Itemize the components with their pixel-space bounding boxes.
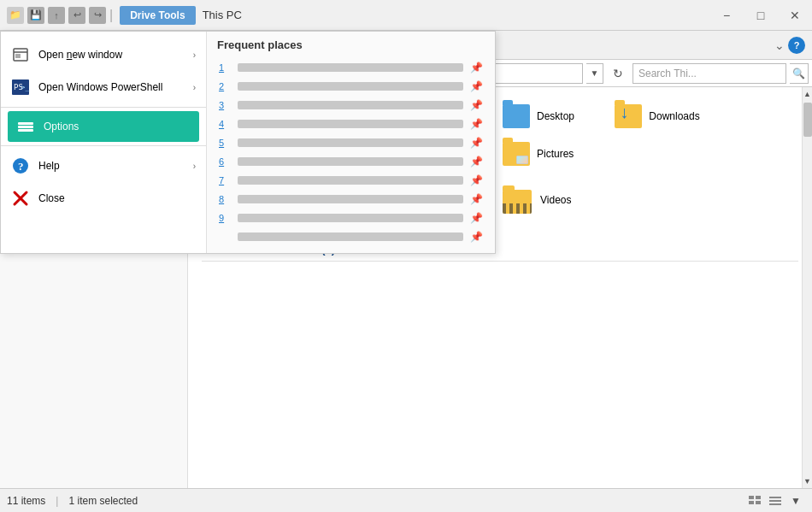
videos-label: Videos xyxy=(540,194,571,206)
scroll-down-button[interactable]: ▼ xyxy=(803,474,812,488)
desktop-label: Desktop xyxy=(537,110,574,122)
selected-count: 1 item selected xyxy=(68,495,138,507)
svg-rect-13 xyxy=(749,496,754,499)
freq-bar-2 xyxy=(238,82,463,91)
open-powershell-item[interactable]: PS >_ Open Windows PowerShell › xyxy=(1,71,206,103)
window-icon xyxy=(11,45,30,64)
freq-pin-2[interactable]: 📌 xyxy=(470,80,483,92)
frequent-item-1[interactable]: 1 📌 xyxy=(217,58,485,77)
freq-pin-5[interactable]: 📌 xyxy=(470,137,483,149)
downloads-folder-icon: ↓ xyxy=(615,104,642,128)
powershell-icon: PS >_ xyxy=(11,78,30,97)
close-label: Close xyxy=(38,192,65,204)
ribbon-collapse-button[interactable]: ⌄ xyxy=(774,38,785,52)
freq-bar-8 xyxy=(238,195,463,203)
freq-num-6: 6 xyxy=(219,156,231,167)
freq-bar-7 xyxy=(238,176,463,185)
freq-num-2: 2 xyxy=(219,81,231,91)
menu-divider-2 xyxy=(1,145,206,146)
freq-num-5: 5 xyxy=(219,138,231,148)
freq-bar-6 xyxy=(238,157,463,166)
file-menu: Open new window › PS >_ Open Windows Pow… xyxy=(0,31,496,254)
frequent-item-4[interactable]: 4 📌 xyxy=(217,115,485,133)
list-view-button[interactable] xyxy=(766,491,785,510)
drive-tools-badge: Drive Tools xyxy=(120,6,195,25)
freq-num-4: 4 xyxy=(219,119,231,129)
search-icon[interactable]: 🔍 xyxy=(790,63,809,84)
folder-icon: 📁 xyxy=(7,7,24,24)
freq-pin-8[interactable]: 📌 xyxy=(470,193,483,205)
title-bar: 📁 💾 ↑ ↩ ↪ | Drive Tools This PC − □ ✕ xyxy=(0,0,812,31)
close-menu-icon xyxy=(11,189,30,208)
freq-pin-7[interactable]: 📌 xyxy=(470,174,483,186)
options-icon xyxy=(16,117,35,136)
help-item[interactable]: ? Help › xyxy=(1,150,206,182)
svg-rect-16 xyxy=(756,501,761,504)
options-item[interactable]: Options xyxy=(8,111,199,142)
frequent-item-5[interactable]: 5 📌 xyxy=(217,133,485,152)
freq-bar-3 xyxy=(238,101,463,109)
scroll-track xyxy=(803,101,812,474)
freq-bar-9 xyxy=(238,214,463,222)
frequent-places-title: Frequent places xyxy=(217,38,485,51)
freq-pin-6[interactable]: 📌 xyxy=(470,156,483,168)
svg-rect-14 xyxy=(756,496,761,499)
help-icon: ? xyxy=(11,156,30,175)
window-controls: − □ ✕ xyxy=(709,0,812,30)
freq-pin-10[interactable]: 📌 xyxy=(470,231,483,243)
svg-rect-18 xyxy=(769,500,781,502)
freq-pin-9[interactable]: 📌 xyxy=(470,212,483,224)
freq-bar-10 xyxy=(238,232,463,241)
freq-pin-1[interactable]: 📌 xyxy=(470,62,483,74)
videos-folder-icon xyxy=(503,186,533,214)
desktop-folder-icon xyxy=(503,104,530,128)
minimize-button[interactable]: − xyxy=(709,0,744,30)
content-scrollbar[interactable]: ▲ ▼ xyxy=(802,87,812,488)
submenu-arrow3: › xyxy=(193,162,196,171)
frequent-item-2[interactable]: 2 📌 xyxy=(217,77,485,96)
videos-folder[interactable]: Videos xyxy=(496,183,598,217)
frequent-item-10[interactable]: 📌 xyxy=(217,227,485,246)
submenu-arrow2: › xyxy=(193,83,196,92)
svg-rect-17 xyxy=(769,497,781,498)
pictures-folder[interactable]: Pictures xyxy=(496,138,598,169)
freq-num-9: 9 xyxy=(219,213,231,223)
chevron-down-status[interactable]: ▼ xyxy=(786,491,805,510)
address-dropdown-button[interactable]: ▼ xyxy=(586,63,603,84)
freq-pin-4[interactable]: 📌 xyxy=(470,118,483,130)
redo-icon: ↪ xyxy=(89,7,106,24)
desktop-folder[interactable]: Desktop xyxy=(496,101,598,132)
freq-num-7: 7 xyxy=(219,175,231,185)
refresh-button[interactable]: ↻ xyxy=(607,62,629,85)
frequent-item-6[interactable]: 6 📌 xyxy=(217,152,485,171)
close-button[interactable]: ✕ xyxy=(778,0,812,30)
maximize-button[interactable]: □ xyxy=(744,0,778,30)
open-new-window-label: Open new window xyxy=(38,49,122,61)
svg-text:?: ? xyxy=(18,160,24,173)
frequent-item-3[interactable]: 3 📌 xyxy=(217,96,485,115)
svg-rect-19 xyxy=(769,503,781,505)
open-new-window-item[interactable]: Open new window › xyxy=(1,38,206,71)
svg-rect-8 xyxy=(18,129,33,132)
close-item[interactable]: Close xyxy=(1,182,206,215)
downloads-folder[interactable]: ↓ Downloads xyxy=(608,101,710,132)
freq-pin-3[interactable]: 📌 xyxy=(470,99,483,111)
menu-divider-1 xyxy=(1,107,206,108)
scroll-thumb[interactable] xyxy=(803,103,812,137)
frequent-places-panel: Frequent places 1 📌 2 📌 3 📌 4 📌 5 📌 6 xyxy=(206,32,495,253)
details-view-button[interactable] xyxy=(745,491,764,510)
frequent-item-8[interactable]: 8 📌 xyxy=(217,190,485,209)
search-input[interactable]: Search Thi... xyxy=(633,63,786,84)
freq-bar-4 xyxy=(238,120,463,128)
frequent-item-7[interactable]: 7 📌 xyxy=(217,171,485,190)
pictures-folder-icon xyxy=(503,142,530,166)
freq-num-8: 8 xyxy=(219,194,231,204)
freq-bar-5 xyxy=(238,138,463,147)
downloads-label: Downloads xyxy=(649,110,699,122)
scroll-up-button[interactable]: ▲ xyxy=(803,87,812,101)
up-icon: ↑ xyxy=(48,7,65,24)
save-icon: 💾 xyxy=(27,7,44,24)
help-button[interactable]: ? xyxy=(788,37,805,54)
frequent-item-9[interactable]: 9 📌 xyxy=(217,209,485,227)
title-bar-icons: 📁 💾 ↑ ↩ ↪ | xyxy=(7,7,113,24)
